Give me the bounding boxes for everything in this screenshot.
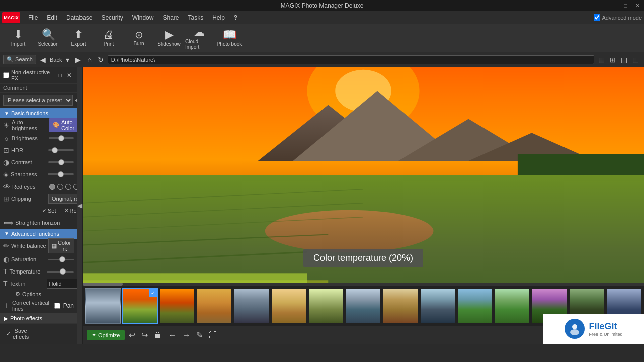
pan-checkbox[interactable]	[54, 303, 60, 309]
photo-effects-label: Photo effects	[10, 315, 42, 321]
delete-button[interactable]: 🗑	[152, 330, 164, 341]
thumbnail-4[interactable]	[196, 288, 232, 324]
print-button[interactable]: 🖨 Print	[95, 26, 123, 51]
menu-file[interactable]: File	[24, 13, 42, 22]
contrast-slider[interactable]	[48, 158, 74, 166]
thumbnail-1[interactable]	[85, 288, 121, 324]
edit-button[interactable]: ✎	[194, 329, 205, 341]
auto-color-button[interactable]: 🎨 Auto-Color	[49, 118, 77, 132]
maximize-button[interactable]: □	[622, 3, 629, 9]
thumbnail-8[interactable]	[345, 288, 381, 324]
clipping-select[interactable]: Original, rotated Fit to window Custom	[48, 194, 77, 204]
thumb-scrollbar[interactable]	[83, 283, 644, 286]
menu-help-icon[interactable]: ?	[230, 13, 242, 22]
thumbnail-7[interactable]	[308, 288, 344, 324]
saturation-label: Saturation	[11, 256, 46, 262]
minimize-button[interactable]: ─	[610, 3, 618, 9]
view-list-button[interactable]: ▦	[596, 55, 607, 65]
red-eyes-radio-2[interactable]	[57, 184, 63, 190]
reset-button[interactable]: ✕ Reset	[62, 206, 77, 215]
import-label: Import	[11, 41, 25, 47]
contrast-thumb[interactable]	[58, 159, 64, 165]
sharpness-slider[interactable]	[48, 170, 74, 178]
brightness-thumb[interactable]	[58, 135, 64, 141]
basic-functions-section-header[interactable]: ▼ Basic functions	[0, 108, 77, 118]
undo-button[interactable]: ↩	[127, 329, 137, 341]
auto-brightness-row: ☀ Auto brightness 🎨 Auto-Color	[0, 118, 77, 132]
menu-security[interactable]: Security	[97, 13, 127, 22]
redo-button[interactable]: ↪	[139, 329, 150, 341]
search-button[interactable]: 🔍 Search	[3, 55, 36, 64]
set-button[interactable]: ✓ Set	[40, 206, 58, 215]
thumbnail-9[interactable]	[382, 288, 419, 324]
collapse-panel-button[interactable]: ◀	[77, 67, 83, 344]
print-label: Print	[104, 41, 114, 47]
photo-effects-section-header[interactable]: ▶ Photo effects	[0, 313, 77, 323]
prev-image-button[interactable]: ←	[166, 330, 178, 341]
saturation-thumb[interactable]	[59, 256, 65, 262]
menu-edit[interactable]: Edit	[43, 13, 61, 22]
options-button[interactable]: ⚙ Options	[15, 291, 41, 297]
dropdown-button[interactable]: ▾	[64, 55, 71, 65]
advanced-mode-checkbox[interactable]	[594, 14, 600, 21]
preset-select[interactable]: Please select a preset	[3, 95, 73, 106]
import-button[interactable]: ⬇ Import	[4, 26, 32, 51]
menu-share[interactable]: Share	[158, 13, 183, 22]
refresh-button[interactable]: ↻	[96, 55, 106, 65]
temperature-thumb[interactable]	[60, 268, 66, 275]
view-full-button[interactable]: ▥	[630, 55, 641, 65]
hdr-thumb[interactable]	[52, 147, 58, 153]
slideshow-button[interactable]: ▶ Slideshow	[155, 26, 183, 51]
next-image-button[interactable]: →	[180, 330, 192, 341]
non-destructive-fx-checkbox[interactable]	[3, 72, 9, 78]
sharpness-thumb[interactable]	[58, 171, 64, 177]
path-input[interactable]	[108, 55, 594, 64]
advanced-functions-section-header[interactable]: ▼ Advanced functions	[0, 229, 77, 239]
text-in-input[interactable]	[47, 279, 77, 289]
thumbnail-10[interactable]	[420, 288, 456, 324]
view-detail-button[interactable]: ▤	[619, 55, 629, 65]
thumbnail-3[interactable]	[159, 288, 195, 324]
export-button[interactable]: ⬆ Export	[64, 26, 93, 51]
thumbnail-12[interactable]	[494, 288, 530, 324]
advanced-mode-toggle[interactable]: Advanced mode	[594, 14, 642, 21]
auto-color-label: Auto-Color	[61, 119, 74, 131]
view-grid-button[interactable]: ⊞	[608, 55, 618, 65]
close-button[interactable]: ✕	[633, 3, 642, 9]
menu-help[interactable]: Help	[208, 13, 229, 22]
burn-button[interactable]: ⊙ Burn	[125, 26, 153, 51]
hdr-slider[interactable]	[48, 146, 74, 154]
up-button[interactable]: ⌂	[85, 55, 93, 65]
optimize-button[interactable]: ✦ Optimize	[87, 330, 125, 340]
menu-database[interactable]: Database	[62, 13, 96, 22]
thumbnail-11[interactable]	[457, 288, 493, 324]
color-in-button[interactable]: ▦ Color in:	[48, 238, 74, 253]
red-eyes-radio-4[interactable]	[73, 184, 77, 190]
menu-tasks[interactable]: Tasks	[184, 13, 207, 22]
brightness-slider[interactable]	[49, 134, 74, 142]
selection-button[interactable]: 🔍 Selection	[34, 26, 62, 51]
sharpness-track	[48, 173, 74, 175]
thumbnail-6[interactable]	[271, 288, 307, 324]
menu-window[interactable]: Window	[128, 13, 158, 22]
cloud-import-button[interactable]: ☁ Cloud-Import	[185, 26, 213, 51]
saturation-slider[interactable]	[48, 255, 74, 263]
forward-button[interactable]: ▶	[73, 55, 83, 65]
back-label: Back	[50, 57, 62, 63]
temperature-slider[interactable]	[47, 267, 74, 276]
back-button[interactable]: ◀	[38, 55, 48, 65]
red-eyes-radio-3[interactable]	[65, 184, 71, 190]
gear-icon: ⚙	[15, 291, 20, 297]
thumbnail-5[interactable]	[233, 288, 270, 324]
photobook-button[interactable]: 📖 Photo book	[215, 26, 244, 51]
close-panel-button[interactable]: ✕	[65, 71, 74, 80]
red-eyes-radio-1[interactable]	[49, 184, 55, 190]
fullscreen-button[interactable]: ⛶	[207, 330, 219, 341]
save-effects-button[interactable]: ✓ Saveeffects	[2, 326, 33, 342]
thumb-scrollbar-thumb[interactable]	[83, 283, 123, 286]
maximize-panel-button[interactable]: □	[56, 71, 64, 80]
app-logo: MAGIX	[2, 12, 20, 23]
auto-brightness-label: Auto brightness	[12, 119, 47, 131]
thumbnail-2[interactable]: ✓	[122, 288, 158, 324]
image-area: Color temperature (20%)	[83, 67, 644, 283]
